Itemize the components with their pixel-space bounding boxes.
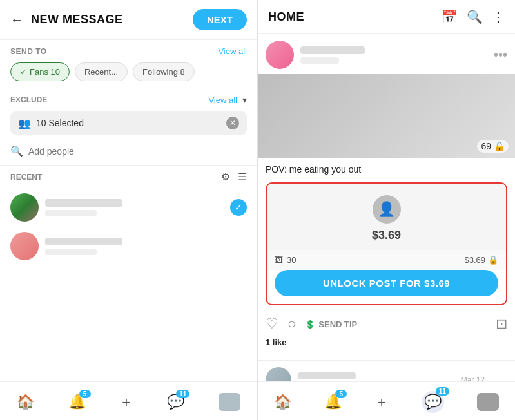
unlock-button[interactable]: UNLOCK POST FOR $3.69	[275, 270, 498, 296]
left-header: ← NEW MESSAGE NEXT	[0, 0, 257, 40]
chip-following-label: Following 8	[142, 67, 185, 77]
chip-following[interactable]: Following 8	[133, 62, 195, 81]
msg-badge-right: 11	[436, 387, 449, 396]
image-count-value: 30	[287, 255, 296, 265]
contact-info	[45, 199, 224, 216]
locked-image-count: 🖼 30	[275, 255, 296, 265]
more-icon[interactable]: ⋮	[492, 9, 505, 24]
calendar-icon[interactable]: 📅	[442, 9, 458, 24]
next-post-header: Mar 12 ...	[258, 361, 515, 381]
lock-count: 69	[481, 141, 491, 151]
selected-count: 10 Selected	[36, 118, 221, 128]
exclude-row: EXCLUDE View all ▾	[0, 88, 257, 111]
contact-name-blur	[45, 199, 122, 207]
check-icon: ✓	[20, 67, 27, 77]
send-tip-label: SEND TIP	[318, 320, 357, 329]
next-button[interactable]: NEXT	[193, 9, 247, 30]
tip-icon: 💲	[305, 320, 315, 329]
lock-person-icon: 👤	[378, 201, 395, 218]
send-to-label: SEND TO	[10, 47, 47, 56]
bell-badge: 5	[79, 390, 91, 398]
left-panel: ← NEW MESSAGE NEXT SEND TO View all ✓Fan…	[0, 0, 258, 420]
chip-recent[interactable]: Recent...	[75, 62, 128, 81]
people-icon: 👥	[18, 117, 31, 129]
next-post-avatar	[266, 367, 291, 381]
chip-fans-label: Fans 10	[30, 67, 60, 77]
post-more-icon[interactable]: •••	[494, 48, 507, 62]
locked-top: 👤 $3.69	[267, 184, 506, 250]
right-header-icons: 📅 🔍 ⋮	[442, 9, 505, 24]
right-header: HOME 📅 🔍 ⋮	[258, 0, 515, 34]
search-icon: 🔍	[10, 145, 23, 157]
lock-price: $3.69	[372, 229, 401, 242]
send-to-header: SEND TO View all	[0, 40, 257, 60]
nav-profile[interactable]	[219, 393, 240, 411]
exclude-label: EXCLUDE	[10, 95, 47, 104]
image-icon: 🖼	[275, 255, 283, 265]
nav-messages[interactable]: 💬 11	[167, 394, 184, 410]
recent-label: RECENT	[10, 173, 42, 182]
plus-icon: ＋	[374, 392, 389, 412]
post-caption: POV: me eating you out	[258, 158, 515, 177]
avatar-image	[266, 41, 294, 69]
next-avatar-image	[266, 367, 291, 381]
nav-add[interactable]: ＋	[119, 392, 133, 412]
page-title: NEW MESSAGE	[31, 13, 193, 26]
like-button[interactable]: ♡	[266, 316, 278, 332]
sort-icon[interactable]: ☰	[238, 171, 247, 183]
exclude-view-all[interactable]: View all	[208, 95, 237, 105]
post-user-sub-blur	[300, 57, 339, 64]
post-image-blur	[258, 74, 515, 158]
nav-notifications[interactable]: 🔔 5	[68, 394, 86, 410]
locked-post-area: 👤 $3.69 🖼 30 $3.69 🔒 UNLOCK POST FOR $3.…	[266, 182, 507, 305]
search-icon[interactable]: 🔍	[467, 9, 483, 24]
bell-badge-right: 5	[335, 390, 347, 398]
add-people-input[interactable]	[28, 146, 247, 157]
back-button[interactable]: ←	[10, 12, 23, 27]
contact-item[interactable]: ✓	[0, 188, 257, 227]
next-post-date: Mar 12	[461, 376, 485, 381]
plus-icon: ＋	[119, 392, 133, 412]
bottom-nav-right: 🏠 🔔 5 ＋ 💬 11	[258, 381, 515, 420]
nav-bell-right[interactable]: 🔔 5	[324, 394, 342, 410]
lock-avatar: 👤	[373, 195, 401, 224]
post-avatar	[266, 41, 294, 69]
post-username-blur	[300, 46, 365, 54]
nav-home[interactable]: 🏠	[17, 394, 34, 410]
add-people-row: 🔍	[0, 140, 257, 165]
send-to-view-all[interactable]: View all	[218, 46, 247, 56]
send-tip-button[interactable]: 💲 SEND TIP	[305, 320, 357, 329]
profile-avatar-nav-right	[477, 393, 499, 411]
contact-avatar	[10, 232, 39, 260]
contact-item[interactable]	[0, 227, 257, 265]
next-post-more-icon[interactable]: ...	[498, 374, 507, 382]
nav-profile-right[interactable]	[477, 393, 499, 411]
post-actions: ♡ ○ 💲 SEND TIP ⊡	[258, 310, 515, 338]
clear-button[interactable]: ✕	[226, 117, 239, 129]
recent-section-header: RECENT ⚙ ☰	[0, 165, 257, 188]
home-icon: 🏠	[274, 394, 291, 410]
home-icon: 🏠	[17, 394, 34, 410]
right-panel: HOME 📅 🔍 ⋮ ••• 69	[258, 0, 515, 420]
contact-sub-blur	[45, 249, 97, 255]
locked-price-value: $3.69	[464, 255, 485, 265]
nav-add-right[interactable]: ＋	[374, 392, 389, 412]
nav-messages-right[interactable]: 💬 11	[422, 391, 444, 413]
chevron-down-icon: ▾	[242, 95, 247, 105]
next-post-user-info	[298, 372, 454, 382]
next-post-username-blur	[298, 372, 356, 379]
chip-recent-label: Recent...	[84, 67, 118, 77]
post-user-info	[300, 46, 487, 64]
dislike-button[interactable]: ○	[287, 316, 296, 332]
lock-icon-small: 🔒	[488, 255, 498, 265]
bookmark-button[interactable]: ⊡	[496, 316, 507, 332]
locked-meta: 🖼 30 $3.69 🔒	[267, 250, 506, 270]
contact-list: ✓	[0, 188, 257, 381]
right-content: ••• 69 🔒 POV: me eating you out 👤 $3.69	[258, 34, 515, 381]
recent-icons: ⚙ ☰	[221, 171, 247, 183]
locked-price-badge: $3.69 🔒	[464, 255, 498, 265]
filter-icon[interactable]: ⚙	[221, 171, 230, 183]
chip-fans[interactable]: ✓Fans 10	[10, 62, 70, 81]
bottom-nav-left: 🏠 🔔 5 ＋ 💬 11	[0, 381, 257, 420]
nav-home-right[interactable]: 🏠	[274, 394, 291, 410]
